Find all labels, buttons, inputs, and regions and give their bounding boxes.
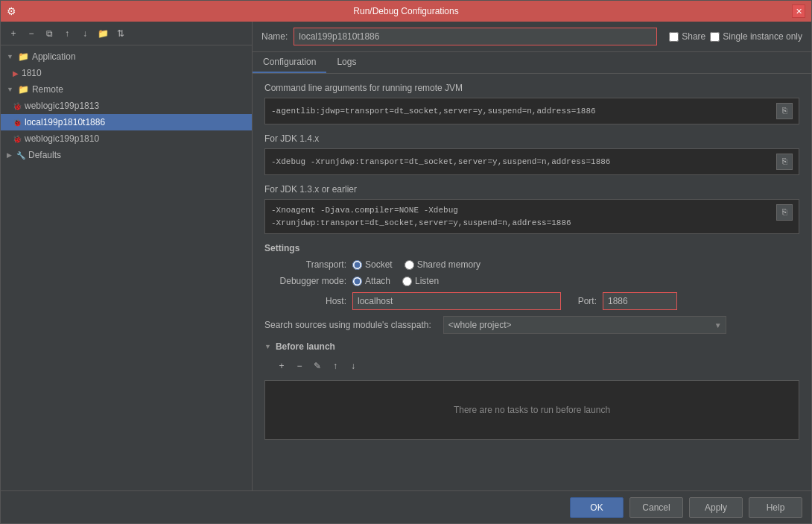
cmd-section-label: Command line arguments for running remot…	[264, 83, 799, 93]
debugger-mode-row: Debugger mode: Attach Listen	[264, 276, 799, 286]
transport-shared-text: Shared memory	[417, 259, 480, 270]
sort-button[interactable]: ⇅	[112, 25, 129, 42]
copy-jdk14-button[interactable]: ⎘	[776, 154, 793, 170]
transport-socket-text: Socket	[365, 259, 393, 270]
help-button[interactable]: Help	[749, 497, 802, 518]
before-launch-add-button[interactable]: +	[273, 358, 290, 374]
single-instance-checkbox[interactable]	[710, 32, 720, 42]
transport-radio-group: Socket Shared memory	[352, 259, 480, 270]
remove-config-button[interactable]: −	[23, 25, 39, 42]
transport-socket-radio[interactable]	[352, 260, 362, 270]
before-launch-section: ▼ Before launch + − ✎ ↑ ↓ There are no t…	[264, 341, 799, 440]
before-launch-label: Before launch	[276, 341, 335, 352]
jdk14-code-block: -Xdebug -Xrunjdwp:transport=dt_socket,se…	[264, 148, 799, 175]
left-toolbar: + − ⧉ ↑ ↓ 📁 ⇅	[1, 22, 252, 45]
transport-shared-label[interactable]: Shared memory	[405, 259, 480, 270]
name-input[interactable]	[294, 28, 657, 45]
add-config-button[interactable]: +	[5, 25, 22, 42]
close-button[interactable]: ✕	[792, 4, 805, 18]
tree-group-defaults[interactable]: ▶ 🔧 Defaults	[1, 147, 252, 163]
port-input[interactable]	[603, 292, 677, 310]
settings-title: Settings	[264, 243, 799, 253]
name-label: Name:	[261, 31, 288, 42]
no-tasks-label: There are no tasks to run before launch	[454, 405, 610, 415]
debug-icon-1813: 🐞	[13, 102, 22, 110]
single-instance-checkbox-label[interactable]: Single instance only	[710, 31, 802, 42]
transport-shared-radio[interactable]	[405, 260, 414, 270]
before-launch-header[interactable]: ▼ Before launch	[264, 341, 799, 352]
host-label: Host:	[264, 296, 346, 306]
debugger-attach-radio[interactable]	[352, 277, 362, 286]
copy-jdk13-button[interactable]: ⎘	[776, 204, 793, 221]
search-sources-label: Search sources using module's classpath:	[264, 320, 431, 330]
share-checkbox[interactable]	[669, 32, 679, 42]
transport-label: Transport:	[264, 259, 346, 270]
transport-socket-label[interactable]: Socket	[352, 259, 393, 270]
expand-arrow-defaults: ▶	[7, 151, 12, 159]
copy-config-button[interactable]: ⧉	[41, 25, 57, 42]
before-launch-remove-button[interactable]: −	[291, 358, 308, 374]
cmd-code-block: -agentlib:jdwp=transport=dt_socket,serve…	[264, 98, 799, 124]
tree-item-local1886[interactable]: 🐞 local199p1810t1886	[1, 114, 252, 130]
run-debug-configurations-window: ⚙ Run/Debug Configurations ✕ + − ⧉ ↑ ↓ 📁…	[0, 0, 812, 524]
share-label: Share	[682, 31, 705, 42]
before-launch-up-button[interactable]: ↑	[327, 358, 343, 374]
before-launch-edit-button[interactable]: ✎	[309, 358, 326, 374]
share-checkbox-label[interactable]: Share	[669, 31, 705, 42]
before-launch-toolbar: + − ✎ ↑ ↓	[264, 358, 799, 374]
before-launch-content: There are no tasks to run before launch	[264, 380, 799, 440]
move-down-button[interactable]: ↓	[77, 25, 93, 42]
debugger-mode-label: Debugger mode:	[264, 276, 346, 286]
name-row: Name: Share Single instance only	[253, 22, 811, 52]
tab-configuration[interactable]: Configuration	[253, 52, 326, 73]
right-panel: Name: Share Single instance only Configu…	[253, 22, 811, 490]
jdk14-value: -Xdebug -Xrunjdwp:transport=dt_socket,se…	[271, 156, 772, 168]
tree-item-weblogic1813[interactable]: 🐞 weblogic199p1813	[1, 98, 252, 114]
apply-button[interactable]: Apply	[689, 497, 743, 518]
tree-group-application[interactable]: ▼ 📁 Application	[1, 48, 252, 65]
weblogic1810-label: weblogic199p1810	[25, 133, 99, 144]
title-bar-left: ⚙	[7, 5, 16, 17]
remote-folder-icon: 📁	[18, 84, 29, 95]
tree-item-1810[interactable]: ▶ 1810	[1, 65, 252, 81]
tabs-bar: Configuration Logs	[253, 52, 811, 74]
bottom-bar: OK Cancel Apply Help	[1, 490, 811, 523]
module-select-wrapper: <whole project> ▼	[443, 316, 726, 334]
window-title: Run/Debug Configurations	[353, 6, 458, 16]
tree-group-remote[interactable]: ▼ 📁 Remote	[1, 81, 252, 98]
tree-item-weblogic1810[interactable]: 🐞 weblogic199p1810	[1, 130, 252, 147]
tab-logs[interactable]: Logs	[326, 52, 367, 73]
move-up-button[interactable]: ↑	[59, 25, 75, 42]
jdk13-code-block: -Xnoagent -Djava.compiler=NONE -Xdebug -…	[264, 199, 799, 234]
debugger-attach-label[interactable]: Attach	[352, 276, 390, 286]
left-panel: + − ⧉ ↑ ↓ 📁 ⇅ ▼ 📁 Application ▶ 1810	[1, 22, 253, 490]
remote-group-label: Remote	[32, 84, 63, 95]
debugger-attach-text: Attach	[365, 276, 390, 286]
debugger-listen-label[interactable]: Listen	[402, 276, 439, 286]
application-group-label: Application	[32, 51, 76, 62]
application-folder-icon: 📁	[18, 51, 29, 62]
debugger-listen-radio[interactable]	[402, 277, 412, 286]
expand-arrow-application: ▼	[7, 53, 13, 60]
debugger-listen-text: Listen	[415, 276, 439, 286]
ok-button[interactable]: OK	[570, 497, 624, 518]
copy-cmd-button[interactable]: ⎘	[776, 103, 793, 119]
jdk13-value: -Xnoagent -Djava.compiler=NONE -Xdebug -…	[271, 204, 772, 229]
app-run-icon: ▶	[13, 69, 19, 78]
local1886-label: local199p1810t1886	[25, 117, 105, 127]
jdk13-label: For JDK 1.3.x or earlier	[264, 184, 799, 195]
cancel-button[interactable]: Cancel	[629, 497, 683, 518]
single-instance-label: Single instance only	[723, 31, 802, 42]
before-launch-down-button[interactable]: ↓	[345, 358, 361, 374]
expand-arrow-remote: ▼	[7, 86, 13, 93]
share-area: Share Single instance only	[669, 31, 802, 42]
cmd-value: -agentlib:jdwp=transport=dt_socket,serve…	[271, 105, 772, 118]
module-select[interactable]: <whole project>	[443, 316, 726, 334]
host-port-row: Host: Port:	[264, 292, 799, 310]
defaults-label: Defaults	[28, 150, 61, 160]
new-folder-button[interactable]: 📁	[95, 25, 111, 42]
main-content: + − ⧉ ↑ ↓ 📁 ⇅ ▼ 📁 Application ▶ 1810	[1, 22, 811, 490]
transport-row: Transport: Socket Shared memory	[264, 259, 799, 270]
defaults-icon: 🔧	[16, 151, 25, 160]
host-input[interactable]	[352, 292, 561, 310]
